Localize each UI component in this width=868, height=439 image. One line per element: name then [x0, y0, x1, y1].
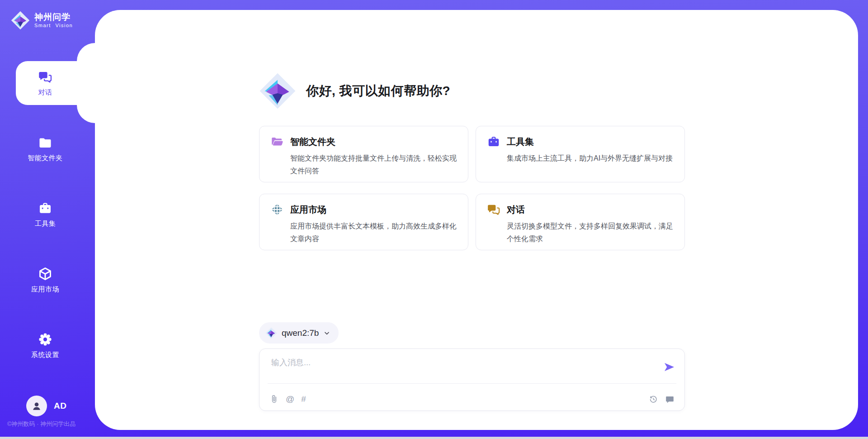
model-selector[interactable]: qwen2:7b — [259, 322, 339, 344]
window-bottom-edge — [0, 437, 868, 439]
history-icon — [649, 395, 658, 404]
model-logo-icon — [265, 327, 277, 339]
sidebar-item-toolset[interactable]: 工具集 — [0, 192, 90, 236]
folder-open-icon — [270, 135, 284, 148]
brand-name: 神州问学 — [34, 13, 73, 22]
person-icon — [30, 400, 43, 412]
sidebar-item-chat[interactable]: 对话 — [0, 61, 90, 105]
paperclip-icon — [269, 395, 279, 404]
card-title: 对话 — [507, 204, 674, 216]
send-icon — [663, 361, 675, 373]
sidebar-item-app-market[interactable]: 应用市场 — [0, 258, 90, 302]
at-icon: @ — [286, 394, 294, 404]
card-title: 智能文件夹 — [290, 136, 457, 148]
sidebar-item-label: 工具集 — [35, 220, 56, 228]
tab-fillet-top — [77, 43, 95, 61]
card-description: 应用市场提供丰富长文本模板，助力高效生成多样化文章内容 — [290, 220, 457, 245]
card-app-market[interactable]: 应用市场 应用市场提供丰富长文本模板，助力高效生成多样化文章内容 — [259, 194, 468, 250]
sidebar-item-label: 系统设置 — [31, 351, 59, 359]
tab-fillet-bottom — [77, 105, 95, 123]
sidebar-item-label: 对话 — [38, 88, 52, 97]
user-account[interactable]: AD — [26, 396, 66, 416]
composer-tools-left: @ # — [269, 394, 306, 404]
toolbox-icon — [487, 135, 500, 148]
hash-icon: # — [301, 394, 306, 404]
history-button[interactable] — [649, 395, 658, 404]
sidebar-item-settings[interactable]: 系统设置 — [0, 324, 90, 367]
sidebar-item-label: 应用市场 — [31, 285, 59, 294]
greeting: 你好, 我可以如何帮助你? — [259, 72, 450, 110]
card-chat[interactable]: 对话 灵活切换多模型文件，支持多样回复效果调试，满足个性化需求 — [476, 194, 685, 250]
speech-bubble-icon — [665, 395, 675, 404]
avatar — [26, 396, 47, 416]
attach-file-button[interactable] — [269, 395, 279, 404]
topic-button[interactable]: # — [301, 394, 306, 404]
sidebar-item-smart-folder[interactable]: 智能文件夹 — [0, 127, 90, 171]
send-button[interactable] — [663, 361, 675, 373]
sidebar-item-label: 智能文件夹 — [28, 154, 63, 162]
card-title: 工具集 — [507, 136, 674, 148]
assistant-logo-icon — [259, 72, 296, 110]
card-description: 灵活切换多模型文件，支持多样回复效果调试，满足个性化需求 — [507, 220, 674, 245]
brand: 神州问学 Smart Vision — [11, 11, 73, 30]
copyright-footer: ©神州数码 · 神州问学出品 — [7, 420, 75, 428]
chevron-down-icon — [323, 329, 330, 337]
card-smart-folder[interactable]: 智能文件夹 智能文件夹功能支持批量文件上传与清洗，轻松实现文件问答 — [259, 126, 468, 182]
conversation-button[interactable] — [665, 395, 675, 404]
brand-subtitle: Smart Vision — [34, 23, 73, 28]
gear-icon — [38, 332, 52, 347]
message-input[interactable] — [270, 356, 652, 380]
composer-divider — [268, 383, 676, 384]
folder-icon — [38, 135, 52, 150]
user-name: AD — [54, 401, 66, 411]
card-toolset[interactable]: 工具集 集成市场上主流工具，助力AI与外界无缝扩展与对接 — [476, 126, 685, 182]
feature-cards: 智能文件夹 智能文件夹功能支持批量文件上传与清洗，轻松实现文件问答 工具集 集成… — [259, 126, 685, 250]
composer-tools-right — [649, 395, 675, 404]
model-name: qwen2:7b — [282, 328, 319, 338]
message-composer: @ # — [259, 348, 685, 411]
cube-icon — [38, 267, 52, 281]
main-panel: 你好, 我可以如何帮助你? 智能文件夹 智能文件夹功能支持批量文件上传与清洗，轻… — [95, 10, 858, 430]
chat-icon — [38, 70, 52, 84]
composer-toolbar: @ # — [269, 394, 675, 404]
mention-button[interactable]: @ — [286, 394, 294, 404]
chat-icon — [487, 203, 500, 216]
card-title: 应用市场 — [290, 204, 457, 216]
brand-logo-icon — [11, 11, 30, 30]
card-description: 智能文件夹功能支持批量文件上传与清洗，轻松实现文件问答 — [290, 152, 457, 177]
sidebar: 神州问学 Smart Vision 对话 智能文件夹 工具集 应用市场 系统设 — [0, 0, 95, 439]
greeting-text: 你好, 我可以如何帮助你? — [306, 82, 450, 100]
app-window: 神州问学 Smart Vision 对话 智能文件夹 工具集 应用市场 系统设 — [0, 0, 868, 439]
cube-grid-icon — [270, 203, 284, 216]
card-description: 集成市场上主流工具，助力AI与外界无缝扩展与对接 — [507, 152, 674, 173]
toolbox-icon — [38, 201, 52, 215]
